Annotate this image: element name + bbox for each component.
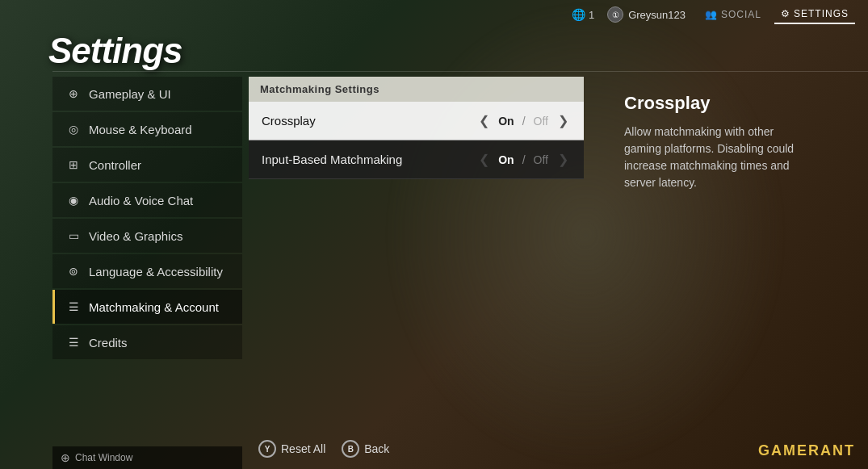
bottom-actions: Y Reset All B Back [258,440,389,458]
sidebar-item-label: Language & Accessibility [89,265,223,278]
input-matchmaking-prev-arrow[interactable]: ❮ [476,152,492,167]
chat-icon: ⊕ [61,451,70,464]
page-title: Settings [48,31,182,71]
credits-icon: ☰ [66,335,81,350]
sidebar-item-label: Mouse & Keyboard [89,123,192,136]
input-matchmaking-label: Input-Based Matchmaking [262,153,476,166]
input-matchmaking-control: ❮ On / Off ❯ [476,152,571,167]
sidebar-item-label: Matchmaking & Account [89,300,219,314]
crossplay-control: ❮ On / Off ❯ [476,113,571,128]
bottom-bar: ⊕ Chat Window Y Reset All B Back [0,429,868,469]
input-matchmaking-next-arrow[interactable]: ❯ [555,152,571,167]
crossplay-separator: / [522,115,526,128]
matchmaking-account-icon: ☰ [66,299,81,314]
back-button[interactable]: B Back [342,440,389,458]
info-title: Crossplay [624,93,809,114]
sidebar-item-credits[interactable]: ☰ Credits [52,325,242,359]
sidebar-item-label: Gameplay & UI [89,87,171,101]
crossplay-prev-arrow[interactable]: ❮ [476,113,492,128]
main-panel: Matchmaking Settings Crossplay ❮ On / Of… [249,77,584,179]
top-bar: 🌐 1 ① Greysun123 👥 SOCIAL ⚙ SETTINGS [559,0,868,29]
reset-all-button[interactable]: Y Reset All [258,440,325,458]
setting-row-crossplay[interactable]: Crossplay ❮ On / Off ❯ [249,102,584,140]
sidebar-item-label: Audio & Voice Chat [89,194,193,207]
gameplay-ui-icon: ⊕ [66,86,81,101]
sidebar-item-label: Controller [89,158,141,172]
tab-settings[interactable]: ⚙ SETTINGS [774,5,855,24]
info-description: Allow matchmaking with other gaming plat… [624,124,809,191]
back-icon: B [342,440,359,458]
crossplay-label: Crossplay [262,114,476,128]
gamerant-logo-main: GAME [758,442,808,459]
username: Greysun123 [628,9,686,21]
sidebar-item-label: Video & Graphics [89,229,182,243]
avatar: ① [607,6,623,23]
reset-all-label: Reset All [281,442,325,455]
chat-window-label: Chat Window [75,452,132,463]
nav-tabs: 👥 SOCIAL ⚙ SETTINGS [698,5,855,24]
audio-voice-icon: ◉ [66,193,81,207]
top-divider [52,71,868,72]
sidebar-item-language-accessibility[interactable]: ⊚ Language & Accessibility [52,254,242,288]
input-matchmaking-separator: / [522,153,526,166]
mouse-keyboard-icon: ◎ [66,122,81,136]
setting-row-input-matchmaking[interactable]: Input-Based Matchmaking ❮ On / Off ❯ [249,140,584,179]
chat-window-bar[interactable]: ⊕ Chat Window [52,446,242,469]
language-accessibility-icon: ⊚ [66,264,81,278]
video-graphics-icon: ▭ [66,228,81,243]
user-info: ① Greysun123 [607,6,686,23]
sidebar-item-controller[interactable]: ⊞ Controller [52,148,242,182]
controller-icon: ⊞ [66,157,81,172]
sidebar-item-gameplay-ui[interactable]: ⊕ Gameplay & UI [52,77,242,111]
input-matchmaking-on-value: On [498,153,514,166]
crossplay-off-value: Off [534,115,548,128]
info-panel: Crossplay Allow matchmaking with other g… [610,77,824,207]
sidebar: ⊕ Gameplay & UI ◎ Mouse & Keyboard ⊞ Con… [52,77,242,361]
sidebar-item-video-graphics[interactable]: ▭ Video & Graphics [52,219,242,253]
gamerant-logo-accent: RANT [808,442,855,459]
sidebar-item-audio-voice[interactable]: ◉ Audio & Voice Chat [52,183,242,217]
back-label: Back [364,442,389,455]
notification-icon: 🌐 1 [572,8,594,21]
sidebar-item-matchmaking-account[interactable]: ☰ Matchmaking & Account [52,290,242,324]
tab-social[interactable]: 👥 SOCIAL [698,6,768,23]
sidebar-item-mouse-keyboard[interactable]: ◎ Mouse & Keyboard [52,112,242,146]
gamerant-logo: GAMERANT [758,442,855,459]
crossplay-next-arrow[interactable]: ❯ [555,113,571,128]
crossplay-on-value: On [498,115,514,128]
sidebar-item-label: Credits [89,336,128,350]
panel-header: Matchmaking Settings [249,77,584,102]
input-matchmaking-off-value: Off [534,153,548,166]
reset-all-icon: Y [258,440,276,458]
